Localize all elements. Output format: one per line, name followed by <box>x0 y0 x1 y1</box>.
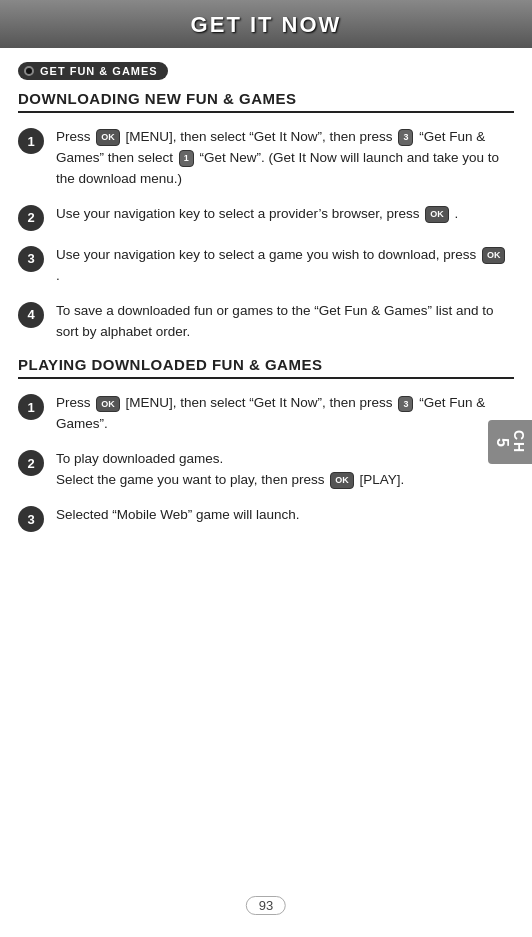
step-text: Press OK [MENU], then select “Get It Now… <box>56 393 514 435</box>
one-button-icon: 1 <box>179 150 194 167</box>
step-item: 1 Press OK [MENU], then select “Get It N… <box>18 393 514 435</box>
step-item: 3 Selected “Mobile Web” game will launch… <box>18 505 514 532</box>
three-button-icon: 3 <box>398 129 413 146</box>
step-text: To play downloaded games.Select the game… <box>56 449 514 491</box>
three-button-icon: 3 <box>398 396 413 413</box>
downloading-title: DOWNLOADING NEW FUN & GAMES <box>18 90 514 113</box>
ok-button-icon: OK <box>96 129 120 146</box>
step-item: 1 Press OK [MENU], then select “Get It N… <box>18 127 514 190</box>
step-number: 2 <box>18 205 44 231</box>
step-number: 3 <box>18 246 44 272</box>
playing-steps: 1 Press OK [MENU], then select “Get It N… <box>18 393 514 532</box>
step-item: 2 To play downloaded games.Select the ga… <box>18 449 514 491</box>
step-text: Use your navigation key to select a prov… <box>56 204 514 225</box>
page-header: GET IT NOW <box>0 0 532 48</box>
page-number-container: 93 <box>246 882 286 925</box>
step-item: 2 Use your navigation key to select a pr… <box>18 204 514 231</box>
ok-button-icon: OK <box>482 247 506 264</box>
chapter-number: 5 <box>493 438 511 448</box>
ok-button-icon: OK <box>330 472 354 489</box>
page-number-label: 93 <box>246 896 286 915</box>
step-number: 1 <box>18 394 44 420</box>
step-number: 2 <box>18 450 44 476</box>
step-item: 3 Use your navigation key to select a ga… <box>18 245 514 287</box>
ok-button-icon: OK <box>96 396 120 413</box>
ok-button-icon: OK <box>425 206 449 223</box>
chapter-tab: CH 5 <box>488 420 532 464</box>
page-title: GET IT NOW <box>0 12 532 38</box>
step-text: To save a downloaded fun or games to the… <box>56 301 514 343</box>
section-badge: GET FUN & GAMES <box>18 62 168 80</box>
playing-title: PLAYING DOWNLOADED FUN & GAMES <box>18 356 514 379</box>
step-item: 4 To save a downloaded fun or games to t… <box>18 301 514 343</box>
chapter-label: CH <box>511 430 527 454</box>
step-text: Selected “Mobile Web” game will launch. <box>56 505 514 526</box>
step-text: Press OK [MENU], then select “Get It Now… <box>56 127 514 190</box>
step-number: 1 <box>18 128 44 154</box>
downloading-steps: 1 Press OK [MENU], then select “Get It N… <box>18 127 514 342</box>
step-number: 3 <box>18 506 44 532</box>
step-text: Use your navigation key to select a game… <box>56 245 514 287</box>
step-number: 4 <box>18 302 44 328</box>
badge-label: GET FUN & GAMES <box>40 65 158 77</box>
badge-dot <box>24 66 34 76</box>
main-content: GET FUN & GAMES DOWNLOADING NEW FUN & GA… <box>0 48 532 560</box>
chapter-tab-inner: CH 5 <box>493 430 527 454</box>
